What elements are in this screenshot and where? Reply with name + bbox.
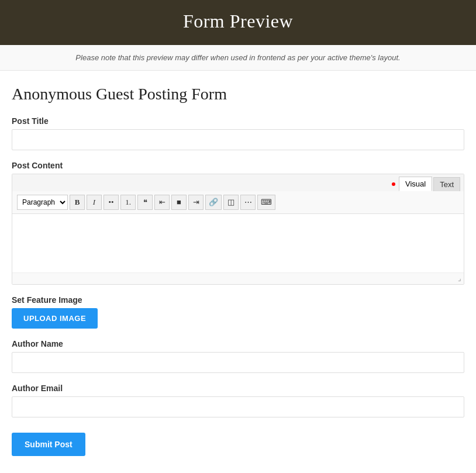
more-button[interactable]: ⋯ (240, 195, 256, 210)
author-email-group: Author Email (12, 384, 464, 417)
editor-body[interactable] (12, 214, 464, 272)
notice-bar: Please note that this preview may differ… (0, 45, 476, 71)
submit-button[interactable]: Submit Post (12, 433, 85, 456)
align-right-button[interactable]: ⇥ (188, 195, 203, 210)
feature-image-group: Set Feature Image UPLOAD IMAGE (12, 295, 464, 329)
author-email-input[interactable] (12, 396, 464, 417)
editor-tabs-row: Visual Text (12, 174, 464, 191)
main-content: Anonymous Guest Posting Form Post Title … (0, 71, 476, 473)
red-dot-indicator (392, 182, 395, 186)
page-header: Form Preview (0, 0, 476, 45)
post-content-label: Post Content (12, 161, 464, 170)
resize-icon: ⌟ (458, 274, 461, 283)
editor-toolbar: Paragraph B I •• 1. ❝ ⇤ ■ ⇥ 🔗 ◫ ⋯ ⌨ (12, 191, 464, 214)
form-title: Anonymous Guest Posting Form (12, 85, 464, 103)
editor-resize-handle: ⌟ (12, 272, 464, 284)
author-name-label: Author Name (12, 339, 464, 348)
paragraph-select[interactable]: Paragraph (17, 195, 68, 210)
visual-tab[interactable]: Visual (399, 177, 432, 191)
align-center-button[interactable]: ■ (171, 195, 187, 210)
post-title-input[interactable] (12, 129, 464, 150)
blockquote-button[interactable]: ❝ (137, 195, 153, 210)
editor-wrapper: Visual Text Paragraph B I •• 1. ❝ ⇤ ■ ⇥ … (12, 174, 464, 285)
author-name-group: Author Name (12, 339, 464, 373)
post-content-group: Post Content Visual Text Paragraph B I •… (12, 161, 464, 285)
post-title-label: Post Title (12, 116, 464, 126)
bold-button[interactable]: B (70, 195, 85, 210)
feature-image-label: Set Feature Image (12, 295, 464, 305)
unordered-list-button[interactable]: •• (104, 195, 119, 210)
italic-button[interactable]: I (87, 195, 102, 210)
upload-image-button[interactable]: UPLOAD IMAGE (12, 308, 98, 329)
page-title: Form Preview (0, 11, 476, 32)
text-tab[interactable]: Text (433, 177, 460, 191)
author-name-input[interactable] (12, 352, 464, 373)
align-left-button[interactable]: ⇤ (154, 195, 170, 210)
keyboard-button[interactable]: ⌨ (257, 195, 275, 210)
link-button[interactable]: 🔗 (205, 195, 222, 210)
table-button[interactable]: ◫ (223, 195, 239, 210)
author-email-label: Author Email (12, 384, 464, 393)
notice-text: Please note that this preview may differ… (12, 53, 464, 62)
post-title-group: Post Title (12, 116, 464, 150)
ordered-list-button[interactable]: 1. (120, 195, 136, 210)
